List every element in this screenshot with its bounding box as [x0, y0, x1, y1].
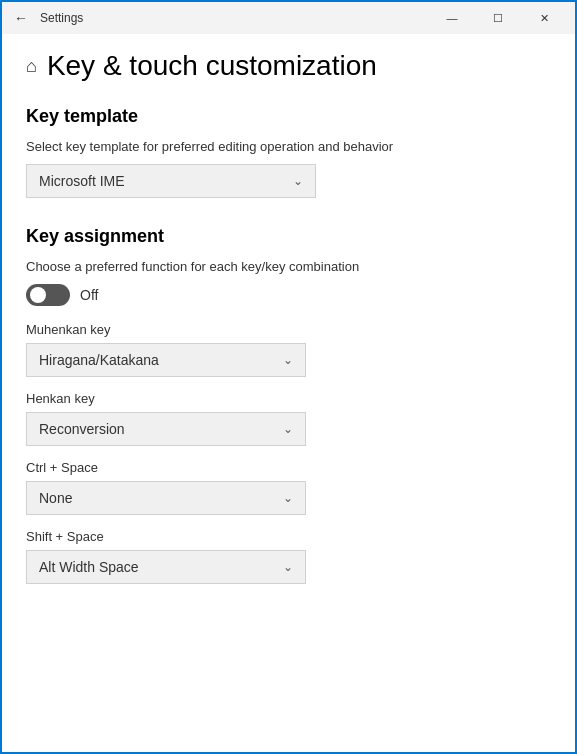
key-assignment-toggle-row: Off — [26, 284, 551, 306]
toggle-label: Off — [80, 287, 98, 303]
titlebar-left: ← Settings — [10, 8, 83, 28]
shift-space-chevron-icon: ⌄ — [283, 560, 293, 574]
maximize-button[interactable]: ☐ — [475, 2, 521, 34]
key-template-dropdown-value: Microsoft IME — [39, 173, 125, 189]
key-template-title: Key template — [26, 106, 551, 127]
window-title: Settings — [40, 11, 83, 25]
close-button[interactable]: ✕ — [521, 2, 567, 34]
key-template-description: Select key template for preferred editin… — [26, 139, 551, 154]
page-title: Key & touch customization — [47, 50, 377, 82]
page-title-area: ⌂ Key & touch customization — [26, 50, 551, 82]
henkan-key-row: Henkan key Reconversion ⌄ — [26, 391, 551, 446]
key-template-section: Key template Select key template for pre… — [26, 106, 551, 198]
content-area: ⌂ Key & touch customization Key template… — [2, 34, 575, 752]
muhenkan-key-dropdown[interactable]: Hiragana/Katakana ⌄ — [26, 343, 306, 377]
ctrl-space-row: Ctrl + Space None ⌄ — [26, 460, 551, 515]
henkan-key-label: Henkan key — [26, 391, 551, 406]
muhenkan-key-value: Hiragana/Katakana — [39, 352, 159, 368]
key-template-dropdown[interactable]: Microsoft IME ⌄ — [26, 164, 316, 198]
muhenkan-key-label: Muhenkan key — [26, 322, 551, 337]
titlebar-controls: — ☐ ✕ — [429, 2, 567, 34]
minimize-button[interactable]: — — [429, 2, 475, 34]
ctrl-space-label: Ctrl + Space — [26, 460, 551, 475]
henkan-key-dropdown[interactable]: Reconversion ⌄ — [26, 412, 306, 446]
key-assignment-section: Key assignment Choose a preferred functi… — [26, 226, 551, 584]
ctrl-space-dropdown[interactable]: None ⌄ — [26, 481, 306, 515]
key-template-dropdown-chevron: ⌄ — [293, 174, 303, 188]
titlebar: ← Settings — ☐ ✕ — [2, 2, 575, 34]
shift-space-label: Shift + Space — [26, 529, 551, 544]
shift-space-value: Alt Width Space — [39, 559, 139, 575]
shift-space-row: Shift + Space Alt Width Space ⌄ — [26, 529, 551, 584]
key-assignment-toggle[interactable] — [26, 284, 70, 306]
toggle-knob — [30, 287, 46, 303]
muhenkan-chevron-icon: ⌄ — [283, 353, 293, 367]
muhenkan-key-row: Muhenkan key Hiragana/Katakana ⌄ — [26, 322, 551, 377]
key-assignment-description: Choose a preferred function for each key… — [26, 259, 551, 274]
settings-window: ← Settings — ☐ ✕ ⌂ Key & touch customiza… — [0, 0, 577, 754]
henkan-key-value: Reconversion — [39, 421, 125, 437]
ctrl-space-value: None — [39, 490, 72, 506]
henkan-chevron-icon: ⌄ — [283, 422, 293, 436]
back-button[interactable]: ← — [10, 8, 32, 28]
key-assignment-title: Key assignment — [26, 226, 551, 247]
shift-space-dropdown[interactable]: Alt Width Space ⌄ — [26, 550, 306, 584]
home-icon[interactable]: ⌂ — [26, 56, 37, 77]
ctrl-space-chevron-icon: ⌄ — [283, 491, 293, 505]
